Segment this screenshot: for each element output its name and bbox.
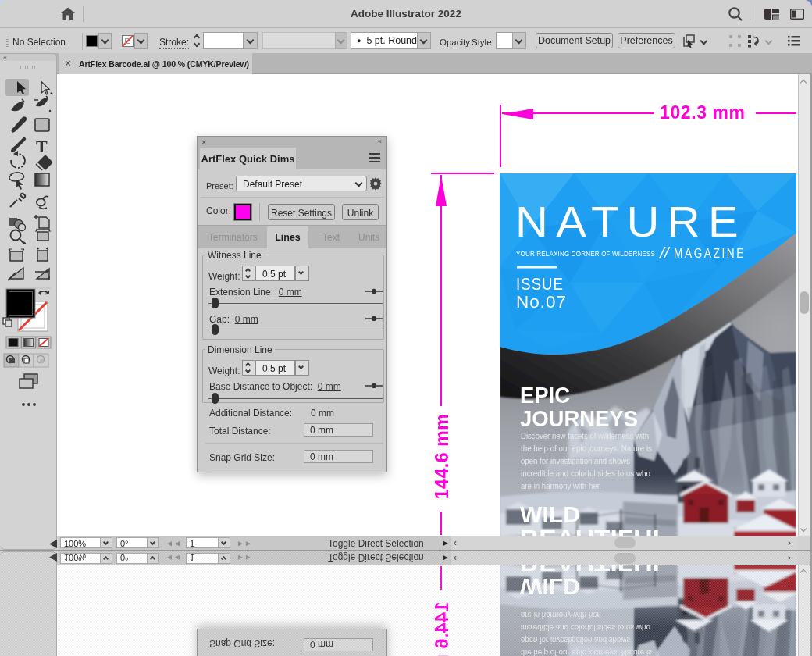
svg-text:open for investigation and sho: open for investigation and shows	[521, 456, 631, 465]
svg-text:JOURNEYS: JOURNEYS	[520, 405, 638, 431]
svg-text:No.07: No.07	[516, 292, 567, 312]
svg-text:ISSUE: ISSUE	[516, 274, 564, 294]
svg-text:incredible and colorful sides: incredible and colorful sides to us who	[521, 469, 650, 478]
svg-text:the help of our epic journeys.: the help of our epic journeys. Nature is	[521, 444, 653, 453]
svg-text:YOUR RELAXING CORNER OF WILDER: YOUR RELAXING CORNER OF WILDERNESS	[516, 249, 655, 258]
svg-text:BEAUTIFUL: BEAUTIFUL	[520, 525, 668, 536]
svg-text:NATURE: NATURE	[515, 197, 746, 246]
svg-text:are in harmony with her.: are in harmony with her.	[521, 481, 601, 490]
svg-text:Discover new facets of wildern: Discover new facets of wilderness with	[521, 431, 649, 440]
svg-text:EPIC: EPIC	[520, 382, 570, 408]
svg-text://: //	[658, 244, 671, 262]
svg-text:MAGAZINE: MAGAZINE	[674, 247, 746, 260]
svg-text:T: T	[36, 137, 48, 156]
svg-text:WILD: WILD	[520, 501, 580, 527]
